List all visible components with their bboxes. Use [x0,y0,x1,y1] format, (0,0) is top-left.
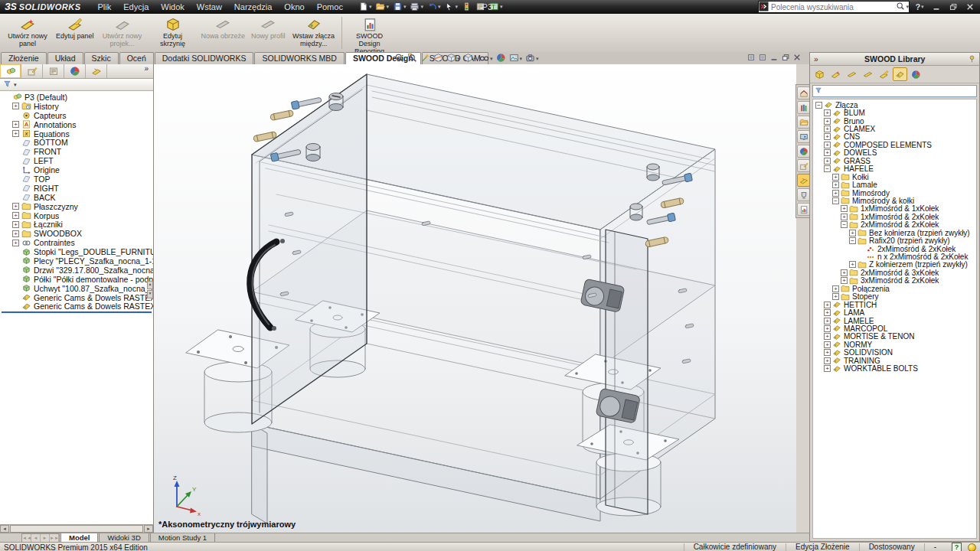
hide-show-items-button[interactable]: ▾ [479,53,493,64]
dropdown-caret-icon[interactable]: ▾ [438,4,441,10]
next-tab-icon[interactable]: ► [41,534,50,542]
library-item-2xmimo-r-d-3xko-ek[interactable]: +2xMimośród & 3xKołek [813,269,976,276]
library-item-1xmimo-r-d-1xko-ek[interactable]: +1xMimośród & 1xKołek [813,205,976,213]
minimize-document-button[interactable] [769,53,779,64]
menu-okno[interactable]: Okno [278,2,310,12]
close-document-button[interactable] [792,53,802,64]
dropdown-caret-icon[interactable]: ▾ [420,4,423,10]
tree-horizontal-scrollbar[interactable]: ◄ ► [0,524,153,533]
library-item-2xmimo-r-d-2xko-ek[interactable]: 2xMimośród & 2xKołek [813,245,976,253]
zoom-fit-button[interactable] [394,53,404,64]
utw-rz-nowy-panel-button[interactable]: Utwórz nowy panel [2,14,53,52]
expand-icon[interactable]: + [824,126,831,132]
tree-item-swoodbox[interactable]: +SWOODBOX [0,229,153,238]
save-button[interactable]: ▾ [391,1,408,13]
tree-item-czniki[interactable]: +Łączniki [0,220,153,229]
tree-filter-bar[interactable]: ▾ [0,79,153,91]
expand-icon[interactable]: − [849,237,856,244]
expand-icon[interactable]: + [824,149,831,156]
view-palette-tab[interactable] [797,130,810,143]
library-item-mimo-rody-ko-ki[interactable]: −Mimośrody & kołki [813,197,976,204]
tree-item-stopki-legs-double-furniture-2-1[interactable]: Stopki "Legs_DOUBLE_FURNITURE_2-1" [0,247,153,256]
help-button[interactable]: ?▾ [913,2,926,12]
expand-icon[interactable]: + [824,325,831,332]
library-item-po-czenia[interactable]: +Połączenia [813,285,976,292]
library-item-ko-ki[interactable]: +Kołki [813,173,976,181]
dropdown-caret-icon[interactable]: ▾ [369,4,372,10]
cascade-windows-button[interactable] [758,53,767,64]
dropdown-caret-icon[interactable]: ▾ [403,4,407,10]
view-settings-button[interactable]: ▾ [525,53,539,64]
expand-icon[interactable]: + [824,142,831,148]
expand-icon[interactable]: + [849,261,856,268]
tree-item-right[interactable]: RIGHT [0,184,153,193]
restore-document-button[interactable] [781,53,790,64]
zoom-selected-button[interactable] [420,53,430,64]
menu-wstaw[interactable]: Wstaw [191,2,228,12]
panel-tab-swood-manager[interactable] [86,64,107,78]
apply-scene-button[interactable]: ▾ [509,53,523,64]
expand-icon[interactable]: + [824,365,831,372]
expand-icon[interactable]: + [841,214,848,220]
tree-item-p-ki-p-ki-demontowalne-podp-rki-szafka[interactable]: Półki "Półki demontowalne - podpórki_Sza… [0,275,153,284]
tab-oce[interactable]: Oceń [119,52,154,64]
expand-icon[interactable]: + [824,118,831,125]
expand-icon[interactable]: + [12,230,19,237]
expand-icon[interactable]: − [841,221,848,228]
tree-item-capteurs[interactable]: Capteurs [0,111,153,120]
expand-icon[interactable]: + [824,349,831,356]
expand-icon[interactable]: + [12,103,19,109]
tree-item-left[interactable]: LEFT [0,156,153,165]
scroll-left-icon[interactable]: ◄ [0,525,9,533]
expand-icon[interactable]: − [824,165,831,172]
swood-reports-tab[interactable] [797,203,810,216]
tree-item-history[interactable]: +History [0,102,153,111]
library-item-lamale[interactable]: +Lamale [813,181,976,188]
tree-item-generic-cams-dowels-rastex-2[interactable]: Generic Cams & Dowels RASTEX 2 [0,293,153,302]
home-tab[interactable] [797,86,810,99]
panel-flyout-icon[interactable]: » [139,64,153,78]
expand-panel-icon[interactable]: » [810,55,822,64]
tab-solidworks-mbd[interactable]: SOLIDWORKS MBD [254,52,344,64]
quick-tips-icon[interactable]: ? [952,543,962,551]
dropdown-caret-icon[interactable]: ▾ [500,4,503,10]
appearances-scenes-tab[interactable] [797,145,810,158]
library-item-hafele[interactable]: −HAFELE [813,165,976,173]
tab-dodatki-solidworks[interactable]: Dodatki SOLIDWORKS [155,52,254,64]
scroll-thumb[interactable] [10,525,143,533]
expand-icon[interactable]: + [824,109,831,116]
appearances-button[interactable] [909,67,923,81]
new-window-button[interactable] [746,53,756,64]
swood-boxes-button[interactable] [812,67,827,81]
library-item-bez-ko-nierza-trzpie-zwyk-y[interactable]: +Bez kołnierza (trzpień zwykły) [813,229,976,236]
edit-appearance-button[interactable] [496,53,506,64]
tree-item-back[interactable]: BACK [0,193,153,202]
library-item-1xmimo-r-d-2xko-ek[interactable]: +1xMimośród & 2xKołek [813,213,976,220]
expand-icon[interactable]: − [832,197,839,204]
expand-icon[interactable]: + [832,181,839,188]
undo-button[interactable]: ▾ [426,1,443,13]
menu-pomoc[interactable]: Pomoc [311,2,349,12]
restore-button[interactable] [946,2,960,12]
library-item-2xmimo-r-d-2xko-ek[interactable]: −2xMimośród & 2xKołek [813,221,976,229]
select-button[interactable]: ▾ [443,1,459,13]
tree-item-p-aszczyzny[interactable]: +Płaszczyzny [0,202,153,211]
wstaw-z-cza-mi-dzy-button[interactable]: Wstaw złącza między... [289,14,339,52]
expand-icon[interactable]: + [824,341,831,348]
library-item-mimo-rody[interactable]: +Mimośrody [813,189,976,197]
file-properties-button[interactable] [474,1,487,13]
swood-connectors-button[interactable] [893,67,907,81]
swood-edgebands-button[interactable] [844,67,859,81]
design-library-tab[interactable] [797,101,810,114]
tree-item-korpus[interactable]: +Korpus [0,211,153,220]
menu-plik[interactable]: Plik [92,2,118,12]
display-style-button[interactable]: ▾ [463,53,477,64]
dropdown-caret-icon[interactable]: ▾ [474,56,477,62]
tree-item-uchwyt-100-87-szafka-nocna-1-1[interactable]: Uchwyt "100.87_Szafka_nocna_1-1" [0,284,153,293]
edytuj-skrzyni-button[interactable]: Edytuj skrzynię [148,14,198,52]
swood-panels-button[interactable] [828,67,843,81]
expand-icon[interactable]: + [12,130,19,137]
panel-tab-displaymanager[interactable] [64,64,86,78]
swood-cutting-stock-tab[interactable] [797,188,810,201]
menu-widok[interactable]: Widok [155,2,191,12]
